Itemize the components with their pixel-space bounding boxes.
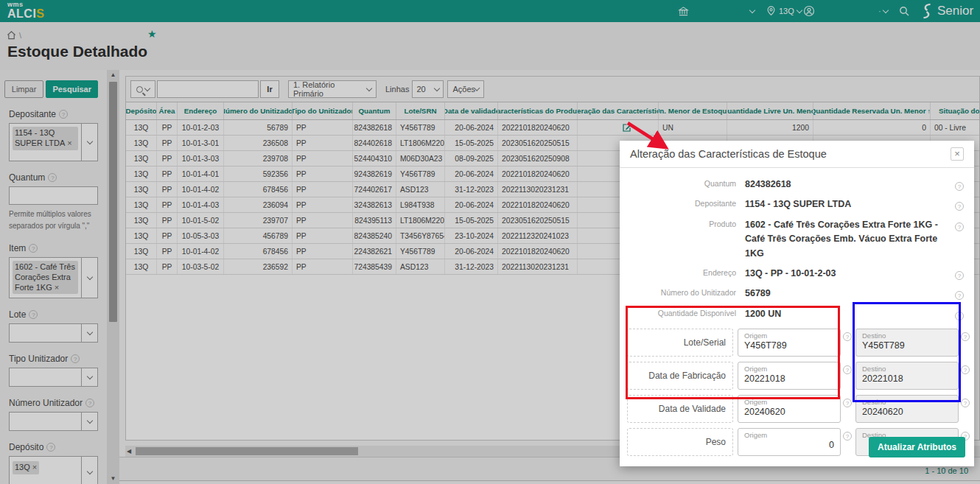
modal-info-value: 1200 UN xyxy=(745,307,946,321)
origem-input[interactable]: OrigemY456T789 xyxy=(738,329,841,357)
stock-characteristics-modal: Alteração das Características de Estoque… xyxy=(620,141,974,466)
modal-info-label: Quantidade Disponível xyxy=(627,307,736,321)
origem-input-mini-label: Origem xyxy=(744,398,834,406)
origem-input[interactable]: Origem20240620 xyxy=(738,395,841,423)
modal-info-value: 1602 - Café Três Corações Extra Forte 1K… xyxy=(745,218,946,261)
destino-input-value: 20221018 xyxy=(862,373,952,386)
origem-input-mini-label: Origem xyxy=(744,332,834,340)
help-icon[interactable]: ? xyxy=(961,365,970,374)
origem-input-value: 0 xyxy=(744,439,834,452)
update-attributes-button[interactable]: Atualizar Atributos xyxy=(869,437,965,457)
destino-input-mini-label: Destino xyxy=(862,365,952,373)
modal-close-icon[interactable]: × xyxy=(951,147,964,161)
destino-input-value: Y456T789 xyxy=(862,340,952,353)
help-icon[interactable]: ? xyxy=(955,222,964,231)
modal-info-row: Quantum824382618? xyxy=(627,178,967,192)
form-row-label: Data de Fabricação xyxy=(627,362,733,390)
modal-info-row: Produto1602 - Café Três Corações Extra F… xyxy=(627,218,967,261)
modal-info-row: Endereço13Q - PP - 10-01-2-03? xyxy=(627,267,967,281)
destino-input[interactable]: DestinoY456T789 xyxy=(855,329,959,357)
origem-input-value: 20221018 xyxy=(744,373,834,386)
help-icon[interactable]: ? xyxy=(843,399,852,407)
help-icon[interactable]: ? xyxy=(955,312,964,320)
modal-info-label: Quantum xyxy=(627,178,736,192)
help-icon[interactable]: ? xyxy=(843,332,852,341)
modal-info-row: Depositante1154 - 13Q SUPER LTDA? xyxy=(627,197,967,211)
origem-input-mini-label: Origem xyxy=(744,431,834,439)
origem-input[interactable]: Origem20221018 xyxy=(738,362,841,390)
modal-info-value: 56789 xyxy=(745,287,946,301)
destino-input[interactable]: Destino20221018 xyxy=(855,362,959,390)
help-icon[interactable]: ? xyxy=(961,399,970,407)
help-icon[interactable]: ? xyxy=(961,332,970,341)
modal-info-label: Depositante xyxy=(627,197,736,211)
help-icon[interactable]: ? xyxy=(955,202,964,211)
help-icon[interactable]: ? xyxy=(955,182,964,191)
destino-input-mini-label: Destino xyxy=(862,398,952,406)
modal-info-value: 1154 - 13Q SUPER LTDA xyxy=(745,197,946,211)
modal-info-row: Número do Unitizador56789? xyxy=(627,287,967,301)
origem-input[interactable]: Origem0 xyxy=(738,428,841,456)
form-row-label: Data de Validade xyxy=(627,395,733,423)
form-row-label: Peso xyxy=(627,428,733,456)
modal-info-value: 13Q - PP - 10-01-2-03 xyxy=(745,267,946,281)
help-icon[interactable]: ? xyxy=(843,432,852,441)
origem-input-value: 20240620 xyxy=(744,406,834,419)
modal-header: Alteração das Características de Estoque… xyxy=(620,141,974,168)
modal-form-row: Data de ValidadeOrigem20240620?Destino20… xyxy=(627,395,967,423)
help-icon[interactable]: ? xyxy=(843,365,852,374)
origem-input-mini-label: Origem xyxy=(744,365,834,373)
destino-input-value: 20240620 xyxy=(862,406,952,419)
modal-info-label: Endereço xyxy=(627,267,736,281)
modal-form-row: Data de FabricaçãoOrigem20221018?Destino… xyxy=(627,362,967,390)
modal-form-row: Lote/SerialOrigemY456T789?DestinoY456T78… xyxy=(627,329,967,357)
destino-input-mini-label: Destino xyxy=(862,332,952,340)
origem-input-value: Y456T789 xyxy=(744,340,834,353)
help-icon[interactable]: ? xyxy=(955,291,964,300)
form-row-label: Lote/Serial xyxy=(627,329,733,357)
modal-info-label: Número do Unitizador xyxy=(627,287,736,301)
modal-info-row: Quantidade Disponível1200 UN? xyxy=(627,307,967,321)
destino-input[interactable]: Destino20240620 xyxy=(855,395,959,423)
modal-info-label: Produto xyxy=(627,218,736,261)
modal-info-value: 824382618 xyxy=(745,178,946,192)
modal-title: Alteração das Características de Estoque xyxy=(630,148,827,160)
help-icon[interactable]: ? xyxy=(955,271,964,280)
